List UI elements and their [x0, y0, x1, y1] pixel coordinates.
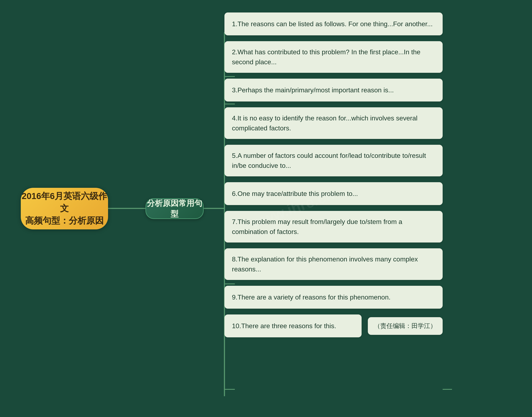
- cards-container: 1.The reasons can be listed as follows. …: [224, 12, 443, 337]
- card-item: 5.A number of factors could account for/…: [224, 145, 443, 176]
- central-node: 2016年6月英语六级作文 高频句型：分析原因: [21, 188, 108, 229]
- central-node-text: 2016年6月英语六级作文 高频句型：分析原因: [21, 190, 108, 227]
- card-item: 1.The reasons can be listed as follows. …: [224, 12, 443, 35]
- connector-node-text: 分析原因常用句型: [146, 198, 203, 219]
- card-item: 7.This problem may result from/largely d…: [224, 211, 443, 242]
- card-item: 4.It is no easy to identify the reason f…: [224, 107, 443, 139]
- connector-node: 分析原因常用句型: [145, 198, 204, 219]
- card-10-wrapper: 10.There are three reasons for this. （责任…: [224, 314, 443, 337]
- sub-node: （责任编辑：田学江）: [368, 317, 443, 335]
- card-item: 2.What has contributed to this problem? …: [224, 41, 443, 73]
- card-item: 8.The explanation for this phenomenon in…: [224, 248, 443, 280]
- mind-map: 2016年6月英语六级作文 高频句型：分析原因 分析原因常用句型 1.The r…: [0, 0, 532, 417]
- card-item: 10.There are three reasons for this.: [224, 314, 361, 337]
- card-item: 6.One may trace/attribute this problem t…: [224, 182, 443, 205]
- card-item: 3.Perhaps the main/primary/most importan…: [224, 79, 443, 102]
- card-item: 9.There are a variety of reasons for thi…: [224, 286, 443, 309]
